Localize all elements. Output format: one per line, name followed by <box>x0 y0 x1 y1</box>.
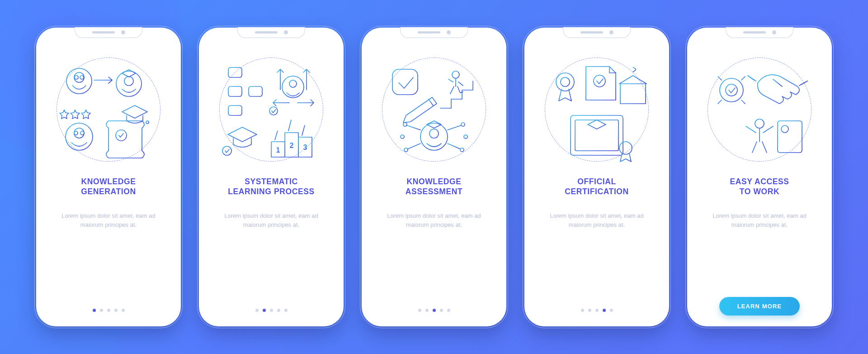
screen-title: OFFICIAL CERTIFICATION <box>565 177 629 198</box>
svg-point-38 <box>420 123 448 150</box>
dot[interactable] <box>447 309 450 312</box>
pagination-dots <box>581 309 613 316</box>
phone-screen-3: KNOWLEDGE ASSESSMENT Lorem ipsum dolor s… <box>362 28 506 326</box>
dot[interactable] <box>100 309 103 312</box>
screen-desc: Lorem ipsum dolor sit amet, eam ad maior… <box>372 211 496 230</box>
svg-point-80 <box>781 125 788 133</box>
dot[interactable] <box>581 309 584 312</box>
learn-more-button[interactable]: LEARN MORE <box>719 297 800 316</box>
svg-point-39 <box>429 129 439 138</box>
screen-title: KNOWLEDGE ASSESSMENT <box>406 177 463 198</box>
svg-text:2: 2 <box>290 142 294 149</box>
svg-point-45 <box>404 148 408 152</box>
svg-point-24 <box>282 76 304 98</box>
phones-row: KNOWLEDGE GENERATION Lorem ipsum dolor s… <box>36 28 832 326</box>
svg-line-50 <box>448 144 460 149</box>
svg-point-47 <box>461 123 465 126</box>
svg-point-2 <box>75 76 78 79</box>
screen-desc: Lorem ipsum dolor sit amet, eam ad maior… <box>697 211 822 230</box>
dot-active[interactable] <box>263 309 266 312</box>
title-line-2: LEARNING PROCESS <box>228 187 314 196</box>
svg-rect-20 <box>228 105 242 115</box>
phone-notch <box>400 27 468 38</box>
title-line-1: EASY ACCESS <box>730 177 789 186</box>
svg-text:3: 3 <box>303 144 307 151</box>
dot[interactable] <box>425 309 429 312</box>
svg-point-6 <box>124 77 133 86</box>
dot[interactable] <box>284 309 288 312</box>
svg-point-67 <box>619 142 632 154</box>
screen-desc: Lorem ipsum dolor sit amet, eam ad maior… <box>209 211 334 230</box>
title-line-1: KNOWLEDGE <box>406 177 461 186</box>
svg-point-51 <box>460 148 464 152</box>
svg-rect-18 <box>228 86 242 96</box>
svg-line-75 <box>741 100 745 104</box>
svg-point-55 <box>556 73 574 91</box>
svg-point-37 <box>452 71 459 78</box>
dot[interactable] <box>595 309 599 312</box>
svg-line-77 <box>741 77 745 80</box>
svg-line-76 <box>718 100 722 104</box>
phone-notch <box>75 27 142 38</box>
svg-line-74 <box>718 77 722 80</box>
phone-notch <box>563 27 631 38</box>
svg-line-46 <box>448 125 461 130</box>
svg-rect-64 <box>575 120 618 151</box>
svg-line-36 <box>429 99 433 105</box>
systematic-learning-illustration: 1 2 3 <box>219 57 323 162</box>
title-line-2: CERTIFICATION <box>565 187 629 196</box>
svg-point-49 <box>464 135 467 139</box>
title-line-1: OFFICIAL <box>577 177 616 186</box>
svg-rect-79 <box>778 121 802 153</box>
svg-rect-17 <box>228 67 242 77</box>
official-certification-illustration <box>545 57 649 162</box>
dot[interactable] <box>255 309 259 312</box>
svg-point-43 <box>401 135 404 139</box>
easy-access-work-illustration <box>708 57 811 162</box>
svg-point-52 <box>594 75 605 87</box>
svg-point-16 <box>146 121 149 124</box>
svg-point-3 <box>80 76 84 79</box>
svg-point-25 <box>289 80 297 87</box>
dot[interactable] <box>588 309 591 312</box>
svg-point-11 <box>80 131 84 135</box>
svg-point-10 <box>74 131 78 135</box>
knowledge-generation-illustration <box>57 57 160 162</box>
dot[interactable] <box>107 309 110 312</box>
dot[interactable] <box>122 309 125 312</box>
phone-screen-1: KNOWLEDGE GENERATION Lorem ipsum dolor s… <box>36 28 181 326</box>
title-line-2: TO WORK <box>740 187 779 196</box>
svg-rect-35 <box>392 69 418 95</box>
dot[interactable] <box>440 309 443 312</box>
svg-point-78 <box>755 119 764 128</box>
svg-rect-19 <box>249 86 262 96</box>
dot[interactable] <box>114 309 118 312</box>
screen-title: SYSTEMATIC LEARNING PROCESS <box>228 177 314 198</box>
phone-notch <box>237 27 305 38</box>
dot[interactable] <box>277 309 280 312</box>
title-line-1: KNOWLEDGE <box>81 177 136 186</box>
title-line-1: SYSTEMATIC <box>245 177 298 186</box>
svg-rect-63 <box>571 115 623 155</box>
screen-title: EASY ACCESS TO WORK <box>730 177 789 198</box>
dot[interactable] <box>270 309 273 312</box>
svg-line-44 <box>408 144 420 149</box>
dot-active[interactable] <box>433 309 436 312</box>
pagination-dots <box>418 309 450 316</box>
screen-title: KNOWLEDGE GENERATION <box>81 177 136 198</box>
dot-active[interactable] <box>93 309 96 312</box>
svg-point-69 <box>726 84 737 96</box>
pagination-dots <box>255 309 288 316</box>
svg-text:1: 1 <box>276 146 280 154</box>
dot[interactable] <box>610 309 613 312</box>
svg-point-68 <box>720 78 743 102</box>
phone-screen-5: EASY ACCESS TO WORK Lorem ipsum dolor si… <box>687 28 832 326</box>
phone-notch <box>726 27 793 38</box>
svg-point-41 <box>403 123 407 126</box>
svg-point-28 <box>222 146 231 155</box>
dot-active[interactable] <box>603 309 606 312</box>
title-line-2: GENERATION <box>81 187 136 196</box>
svg-line-40 <box>407 125 420 130</box>
dot[interactable] <box>418 309 421 312</box>
svg-point-26 <box>269 107 278 115</box>
